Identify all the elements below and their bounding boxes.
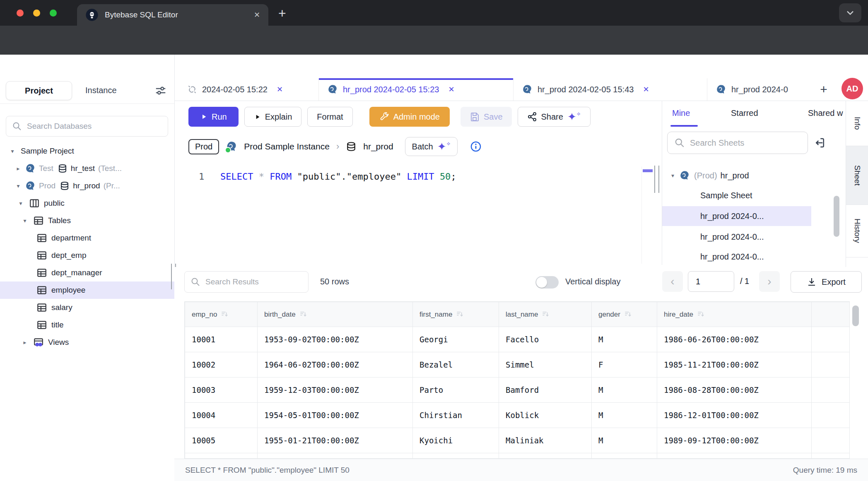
caret-down-icon[interactable]: ▾ [9,148,16,154]
column-header[interactable]: first_name [413,302,499,327]
tree-item-table[interactable]: department [0,229,174,247]
user-avatar[interactable]: AD [841,78,863,99]
new-sheet-button[interactable]: + [814,78,833,101]
cell[interactable]: Simmel [499,352,592,378]
column-header[interactable]: hire_date [657,302,812,327]
run-button[interactable]: Run [188,107,239,127]
cell[interactable]: M [592,403,657,428]
sheet-search-input[interactable]: Search Sheets [667,132,808,154]
sheet-item[interactable]: hr_prod 2024-0... [662,247,811,265]
tab-shared-with-me[interactable]: Shared w [808,108,843,118]
cell[interactable]: 1989-09-12T00:00:00Z [657,428,812,453]
new-tab-button[interactable]: + [278,6,286,21]
cell[interactable]: M [592,378,657,403]
sheet-item[interactable]: Sample Sheet ⋯ [662,185,811,205]
instance-name[interactable]: Prod Sample Instance [244,142,330,152]
column-header[interactable]: emp_no [185,302,258,327]
sheet-tab[interactable]: hr_prod 2024-0 [707,78,814,101]
tree-item-table[interactable]: dept_emp [0,247,174,264]
caret-right-icon[interactable]: ▸ [22,339,28,346]
tree-item-table[interactable]: salary [0,299,174,316]
format-button[interactable]: Format [307,107,352,127]
sheet-tab[interactable]: hr_prod 2024-02-05 15:43 ✕ [514,78,707,101]
cell[interactable]: 1953-04-20T00:00:00Z [258,453,413,459]
cell[interactable]: 1964-06-02T00:00:00Z [258,352,413,378]
cell[interactable]: F [592,352,657,378]
cell[interactable]: 10006 [185,453,258,459]
tree-item-table[interactable]: title [0,316,174,334]
batch-button[interactable]: Batch ✦✧ [405,137,458,156]
cell[interactable]: Parto [413,378,499,403]
environment-chip[interactable]: Prod [188,139,219,154]
cell[interactable]: 1986-08-28T00:00:00Z [657,378,812,403]
sort-icon[interactable] [456,310,464,318]
cell[interactable]: 1954-05-01T00:00:00Z [258,403,413,428]
sort-icon[interactable] [299,310,307,318]
column-header[interactable]: gender [592,302,657,327]
save-button[interactable]: Save [461,107,512,127]
table-row[interactable]: 100061953-04-20T00:00:00ZAnnekePreusigF1… [185,453,850,459]
cell[interactable]: M [592,327,657,352]
table-row[interactable]: 100021964-06-02T00:00:00ZBezalelSimmelF1… [185,352,850,378]
tab-project[interactable]: Project [6,81,72,100]
tree-item-views[interactable]: ▸ Views [0,334,174,351]
tab-close-icon[interactable]: ✕ [254,10,260,19]
caret-down-icon[interactable]: ▾ [15,183,22,189]
cell[interactable]: 10004 [185,403,258,428]
cell[interactable]: 10005 [185,428,258,453]
close-icon[interactable]: ✕ [643,85,649,94]
cell[interactable]: M [592,428,657,453]
sort-icon[interactable] [624,310,632,318]
cell[interactable]: Bezalel [413,352,499,378]
results-scrollbar[interactable] [852,305,859,326]
column-header[interactable]: last_name [499,302,592,327]
tree-item-tables[interactable]: ▾ Tables [0,212,174,229]
cell[interactable]: 1986-12-01T00:00:00Z [657,403,812,428]
sheet-list-scrollbar[interactable] [834,196,839,237]
tab-instance[interactable]: Instance [85,86,117,95]
browser-tab[interactable]: Bytebase SQL Editor ✕ [77,4,268,26]
sql-code-editor[interactable]: 1 SELECT * FROM "public"."employee" LIMI… [179,167,662,192]
sheet-tab-active[interactable]: hr_prod 2024-02-05 15:23 ✕ [319,78,514,101]
close-icon[interactable]: ✕ [277,85,283,94]
cell[interactable]: Chirstian [413,403,499,428]
collapse-panel-icon[interactable] [814,137,826,149]
cell[interactable]: 10002 [185,352,258,378]
sort-icon[interactable] [697,310,705,318]
editor-resize-handle[interactable] [654,166,659,193]
cell[interactable]: 1953-09-02T00:00:00Z [258,327,413,352]
filter-sliders-icon[interactable] [154,84,167,97]
sheet-item[interactable]: hr_prod 2024-0... [662,227,811,247]
cell[interactable]: Bamford [499,378,592,403]
database-name[interactable]: hr_prod [363,142,393,152]
vertical-display-toggle[interactable] [535,276,559,289]
cell[interactable]: 10003 [185,378,258,403]
window-minimize-button[interactable] [33,10,40,17]
tree-item-table-selected[interactable]: employee [0,281,174,299]
cell[interactable]: 1986-06-26T00:00:00Z [657,327,812,352]
tree-item-hr-test[interactable]: ▸ Test hr_test (Test... [0,160,174,177]
share-button[interactable]: Share ✦✧ [518,107,591,127]
sort-icon[interactable] [220,310,229,318]
table-row[interactable]: 100051955-01-21T00:00:00ZKyoichiMaliniak… [185,428,850,453]
table-row[interactable]: 100011953-09-02T00:00:00ZGeorgiFacelloM1… [185,327,850,352]
cell[interactable]: Preusig [499,453,592,459]
tree-item-project[interactable]: ▾ Sample Project [0,142,174,160]
cell[interactable]: 10001 [185,327,258,352]
tree-item-table[interactable]: dept_manager [0,264,174,281]
admin-mode-button[interactable]: Admin mode [369,107,450,127]
cell[interactable]: F [592,453,657,459]
sheet-group-row[interactable]: ▾ (Prod) hr_prod [662,166,811,185]
page-input[interactable]: 1 [688,271,734,292]
tab-search-button[interactable] [839,3,861,22]
window-zoom-button[interactable] [50,10,57,17]
caret-down-icon[interactable]: ▾ [17,200,24,207]
next-page-button[interactable]: › [759,271,780,292]
table-row[interactable]: 100031959-12-03T00:00:00ZPartoBamfordM19… [185,378,850,403]
caret-right-icon[interactable]: ▸ [15,165,22,172]
cell[interactable]: Kyoichi [413,428,499,453]
cell[interactable]: 1985-11-21T00:00:00Z [657,352,812,378]
tab-history[interactable]: History [846,205,868,257]
explain-button[interactable]: Explain [244,107,302,127]
close-icon[interactable]: ✕ [448,85,454,94]
